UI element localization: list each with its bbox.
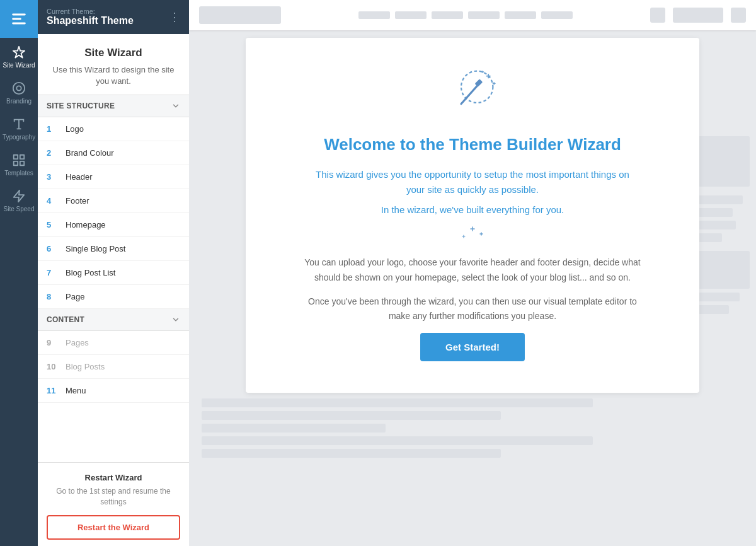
mock-nav-item: [505, 11, 536, 19]
mock-nav-item: [395, 11, 427, 19]
svg-rect-5: [20, 161, 24, 165]
mock-nav-item: [541, 11, 573, 19]
sidebar-item-typography[interactable]: Typography: [0, 110, 38, 146]
item-label: Page: [66, 292, 84, 301]
wizard-welcome-title: Welcome to the Theme Builder Wizard: [284, 135, 662, 154]
wizard-welcome-card: Welcome to the Theme Builder Wizard This…: [246, 38, 699, 393]
mock-button: [673, 8, 723, 23]
content-section-header[interactable]: Content: [38, 309, 189, 331]
restart-section: Restart Wizard Go to the 1st step and re…: [38, 462, 189, 546]
content-item-pages[interactable]: 9 Pages: [38, 331, 189, 355]
preview-strip: [202, 449, 501, 458]
item-label: Logo: [66, 124, 84, 134]
more-options-icon[interactable]: ⋮: [169, 10, 180, 24]
mock-nav-item: [358, 11, 390, 19]
sidebar-panel: Current Theme: Shapeshift Theme ⋮ Site W…: [38, 0, 189, 546]
item-label: Menu: [66, 386, 86, 395]
svg-rect-3: [20, 155, 24, 159]
item-label: Footer: [66, 196, 89, 206]
sidebar-item-branding[interactable]: Branding: [0, 74, 38, 110]
wand-icon: [444, 63, 501, 120]
sidebar-item-templates[interactable]: Templates: [0, 146, 38, 182]
chevron-down-icon: [171, 102, 180, 110]
sidebar-item-label: Typography: [3, 134, 35, 141]
sidebar-item-label: Site Wizard: [3, 62, 35, 69]
mock-nav: [289, 11, 643, 19]
svg-rect-4: [14, 161, 18, 165]
structure-item-logo[interactable]: 1 Logo: [38, 117, 189, 141]
svg-point-1: [16, 86, 21, 90]
wizard-subtitle-2: In the wizard, we've built everything fo…: [284, 202, 662, 218]
item-number: 6: [47, 244, 59, 253]
preview-bottom-strips: [189, 420, 756, 546]
structure-item-single-blog-post[interactable]: 6 Single Blog Post: [38, 237, 189, 261]
sidebar-item-label: Site Speed: [4, 206, 35, 212]
main-content-area: Welcome to the Theme Builder Wizard This…: [189, 0, 756, 546]
preview-strip: [202, 436, 593, 445]
preview-strip: [202, 411, 501, 420]
content-label: Content: [47, 315, 84, 324]
item-number: 1: [47, 124, 59, 134]
wizard-header: Site Wizard Use this Wizard to design th…: [38, 34, 189, 95]
theme-name: Shapeshift Theme: [47, 15, 134, 26]
structure-item-page[interactable]: 8 Page: [38, 285, 189, 309]
item-label: Header: [66, 172, 93, 182]
get-started-button[interactable]: Get Started!: [420, 333, 525, 361]
sidebar-item-site-wizard[interactable]: Site Wizard: [0, 38, 38, 74]
item-number: 4: [47, 196, 59, 206]
bottom-strip-area: [202, 398, 662, 458]
content-item-menu[interactable]: 11 Menu: [38, 379, 189, 403]
restart-description: Go to the 1st step and resume the settin…: [47, 486, 180, 508]
structure-item-footer[interactable]: 4 Footer: [38, 189, 189, 213]
wizard-description: Use this Wizard to design the site you w…: [48, 64, 179, 87]
svg-point-0: [13, 83, 25, 94]
sidebar-topbar: Current Theme: Shapeshift Theme ⋮: [38, 0, 189, 34]
app-logo: [0, 0, 38, 38]
sparkle-decoration: [284, 224, 662, 243]
item-number: 5: [47, 220, 59, 229]
site-structure-section-header[interactable]: Site Structure: [38, 95, 189, 117]
content-item-blog-posts[interactable]: 10 Blog Posts: [38, 355, 189, 379]
item-label: Blog Post List: [66, 268, 116, 277]
structure-item-homepage[interactable]: 5 Homepage: [38, 213, 189, 237]
sidebar-item-label: Branding: [6, 98, 32, 105]
preview-header: [189, 0, 756, 30]
wizard-body-text-2: Once you've been through the wizard, you…: [284, 294, 662, 325]
item-label: Single Blog Post: [66, 244, 125, 253]
item-number: 8: [47, 292, 59, 301]
svg-rect-2: [14, 155, 18, 159]
wizard-subtitle-1: This wizard gives you the opportunity to…: [284, 167, 662, 197]
structure-item-header[interactable]: 3 Header: [38, 165, 189, 189]
theme-info: Current Theme: Shapeshift Theme: [47, 8, 134, 26]
preview-strip: [202, 424, 386, 433]
structure-item-blog-post-list[interactable]: 7 Blog Post List: [38, 261, 189, 285]
wizard-title: Site Wizard: [48, 47, 179, 59]
site-structure-label: Site Structure: [47, 102, 115, 110]
item-number: 2: [47, 148, 59, 158]
item-label: Blog Posts: [66, 362, 105, 371]
item-label: Homepage: [66, 220, 106, 229]
item-number: 10: [47, 362, 59, 371]
structure-item-brand-colour[interactable]: 2 Brand Colour: [38, 141, 189, 165]
item-label: Brand Colour: [66, 148, 114, 158]
item-number: 9: [47, 338, 59, 347]
content-items-list: 9 Pages 10 Blog Posts 11 Menu: [38, 331, 189, 403]
mock-icon: [731, 8, 746, 23]
chevron-down-icon: [171, 315, 180, 324]
item-number: 7: [47, 268, 59, 277]
preview-strip: [202, 398, 593, 407]
restart-wizard-button[interactable]: Restart the Wizard: [47, 515, 180, 540]
restart-title: Restart Wizard: [47, 473, 180, 482]
mock-icon: [650, 8, 665, 23]
sidebar-item-label: Templates: [4, 170, 33, 177]
mock-nav-item: [468, 11, 500, 19]
current-theme-label: Current Theme:: [47, 8, 134, 15]
sparkle-icon: [454, 224, 491, 243]
sidebar-item-site-speed[interactable]: Site Speed: [0, 182, 38, 218]
structure-items-list: 1 Logo 2 Brand Colour 3 Header 4 Footer …: [38, 117, 189, 309]
mock-nav-item: [432, 11, 463, 19]
item-label: Pages: [66, 338, 89, 347]
item-number: 11: [47, 386, 59, 395]
icon-navigation: Site Wizard Branding Typography Template…: [0, 0, 38, 546]
wizard-icon-area: [444, 63, 501, 122]
